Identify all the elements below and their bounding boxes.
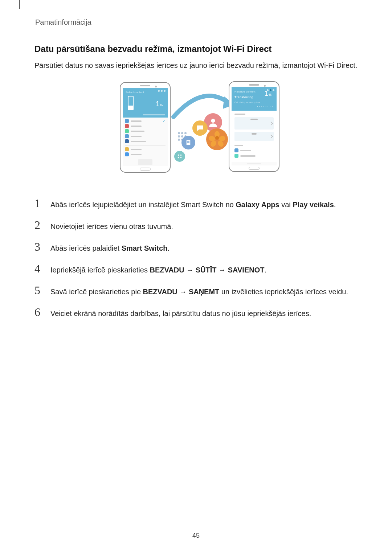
step-number: 5 bbox=[34, 284, 44, 296]
step-item: 3Abās ierīcēs palaidiet Smart Switch. bbox=[34, 241, 365, 253]
svg-point-8 bbox=[180, 157, 182, 159]
section-title: Datu pārsūtīšana bezvadu režīmā, izmanto… bbox=[34, 44, 365, 54]
message-icon bbox=[192, 120, 208, 136]
svg-point-7 bbox=[178, 157, 179, 159]
svg-point-5 bbox=[178, 155, 179, 156]
svg-rect-4 bbox=[187, 142, 189, 143]
phone-right: Receive content Transferring... Calculat… bbox=[229, 81, 279, 172]
steps-list: 1Abās ierīcēs lejupielādējiet un instalē… bbox=[34, 197, 365, 319]
transfer-illustration: Select content 1% ✓ bbox=[34, 81, 365, 183]
step-item: 4Iepriekšējā ierīcē pieskarieties BEZVAD… bbox=[34, 263, 365, 275]
step-item: 5Savā ierīcē pieskarieties pie BEZVADU →… bbox=[34, 284, 365, 297]
svg-point-6 bbox=[180, 155, 182, 156]
step-text: Iepriekšējā ierīcē pieskarieties BEZVADU… bbox=[50, 265, 266, 275]
step-number: 3 bbox=[34, 241, 44, 253]
step-item: 2Novietojiet ierīces vienu otras tuvumā. bbox=[34, 219, 365, 231]
step-text: Abās ierīcēs palaidiet Smart Switch. bbox=[50, 243, 170, 253]
step-number: 6 bbox=[34, 306, 44, 318]
apps-icon bbox=[174, 151, 185, 162]
document-icon bbox=[181, 136, 195, 149]
step-item: 1Abās ierīcēs lejupielādējiet un instalē… bbox=[34, 197, 365, 210]
intro-paragraph: Pārsūtiet datus no savas iepriekšējās ie… bbox=[34, 61, 365, 70]
step-number: 2 bbox=[34, 219, 44, 231]
svg-point-1 bbox=[211, 119, 215, 123]
step-text: Abās ierīcēs lejupielādējiet un instalēj… bbox=[50, 200, 336, 210]
top-margin-rule bbox=[19, 0, 20, 9]
gallery-icon bbox=[206, 128, 228, 150]
right-phone-status: Transferring... bbox=[234, 95, 256, 99]
phone-left: Select content 1% ✓ bbox=[120, 82, 171, 173]
step-text: Savā ierīcē pieskarieties pie BEZVADU → … bbox=[50, 287, 348, 297]
svg-rect-3 bbox=[187, 141, 189, 142]
transfer-arrow-icon bbox=[170, 91, 235, 120]
step-text: Novietojiet ierīces vienu otras tuvumā. bbox=[50, 222, 173, 231]
step-number: 1 bbox=[34, 197, 44, 209]
left-phone-percent: 1 bbox=[156, 100, 160, 108]
page-number: 45 bbox=[0, 532, 392, 539]
transfer-content-icons bbox=[174, 118, 232, 168]
step-item: 6Veiciet ekrānā norādītās darbības, lai … bbox=[34, 306, 365, 319]
step-number: 4 bbox=[34, 263, 44, 274]
page-header: Pamatinformācija bbox=[35, 18, 365, 26]
step-text: Veiciet ekrānā norādītās darbības, lai p… bbox=[50, 309, 311, 319]
